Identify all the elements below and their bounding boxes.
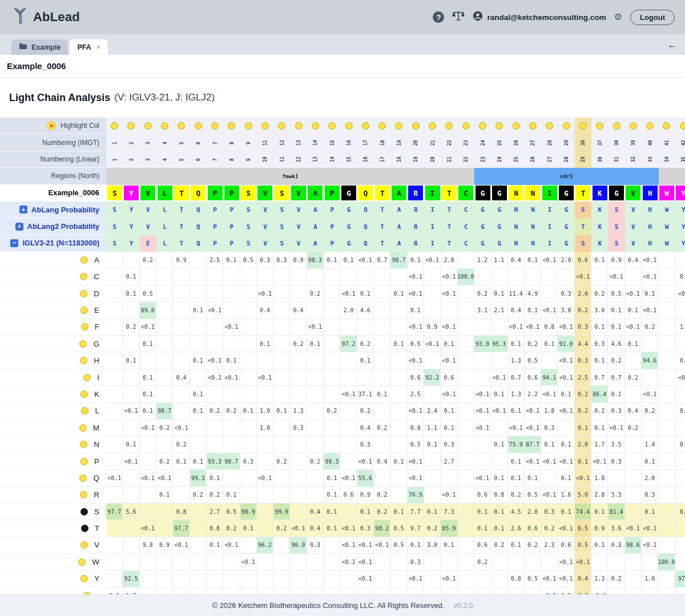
probability-cell: R [408, 202, 424, 218]
highlight-row-radio[interactable] [80, 491, 87, 498]
highlight-row-radio[interactable] [79, 424, 87, 432]
help-icon[interactable]: ? [433, 11, 444, 23]
pfa-cell: 0.7 [591, 369, 608, 386]
tab-example[interactable]: Example [11, 39, 68, 55]
highlight-col-radio[interactable] [646, 122, 654, 130]
highlight-row-radio[interactable] [80, 256, 88, 264]
highlight-row-radio[interactable] [80, 575, 88, 582]
pfa-cell: 95.3 [491, 336, 507, 352]
pfa-cell [273, 269, 290, 285]
clear-highlight-icon[interactable]: × [47, 121, 56, 130]
pfa-cell: <0.1 [608, 269, 624, 285]
pfa-cell [541, 269, 558, 285]
pfa-cell: <0.1 [474, 403, 491, 420]
pfa-cell: 0.2 [608, 571, 624, 587]
pfa-cell [307, 571, 324, 587]
highlight-row-radio[interactable] [80, 508, 88, 516]
highlight-col-radio[interactable] [630, 122, 637, 130]
highlight-col-radio[interactable] [278, 122, 285, 130]
prob-row-label-1[interactable]: +AbLang2 Probability [0, 218, 106, 235]
highlight-col-radio[interactable] [328, 122, 336, 130]
highlight-col-radio[interactable] [613, 122, 620, 130]
highlight-col-radio[interactable] [261, 122, 269, 130]
highlight-col-radio[interactable] [178, 122, 185, 130]
highlight-col-radio[interactable] [312, 122, 319, 130]
probability-cell: R [408, 235, 424, 252]
highlight-row-radio[interactable] [83, 374, 91, 381]
probability-cell: P [207, 202, 223, 218]
highlight-col-cell [106, 118, 123, 134]
highlight-col-radio[interactable] [228, 122, 235, 130]
pfa-cell: <0.1 [642, 252, 658, 268]
expand-icon[interactable]: + [19, 206, 27, 214]
tab-close-icon[interactable]: × [96, 43, 101, 51]
highlight-row-radio[interactable] [79, 474, 87, 482]
highlight-row-radio[interactable] [80, 307, 88, 314]
pfa-cell [374, 319, 390, 336]
highlight-row-radio[interactable] [78, 558, 86, 566]
highlight-col-radio[interactable] [563, 122, 570, 130]
expand-icon[interactable]: − [10, 239, 18, 247]
highlight-col-radio[interactable] [127, 122, 135, 130]
matrix-row: L<0.10.198.70.10.20.20.11.90.11.30.20.2<… [0, 403, 685, 420]
highlight-row-radio[interactable] [80, 273, 87, 280]
highlight-row-radio[interactable] [83, 592, 91, 594]
pfa-cell: <0.1 [340, 520, 357, 537]
pfa-cell: <0.1 [257, 470, 273, 486]
highlight-col-radio[interactable] [429, 122, 436, 130]
highlight-row-radio[interactable] [81, 323, 88, 331]
prob-row-label-2[interactable]: −IGLV3-21 (N=1183000) [0, 235, 106, 252]
expand-icon[interactable]: + [15, 223, 23, 231]
prob-row-label-0[interactable]: +AbLang Probability [0, 202, 106, 218]
settings-gear-icon[interactable]: ⚙ [614, 13, 622, 22]
linear-number-cell: 33 [642, 151, 658, 168]
highlight-row-radio[interactable] [80, 290, 87, 297]
highlight-row-radio[interactable] [80, 441, 87, 448]
probability-cell: G [340, 235, 357, 252]
highlight-col-radio[interactable] [579, 122, 587, 130]
user-menu[interactable]: randal@ketchemconsulting.com [473, 11, 606, 23]
highlight-col-radio[interactable] [596, 122, 603, 130]
highlight-col-radio[interactable] [445, 122, 453, 130]
highlight-row-radio[interactable] [81, 525, 88, 532]
highlight-col-radio[interactable] [546, 122, 553, 130]
highlight-col-radio[interactable] [529, 122, 537, 130]
imgt-number: 42 [680, 140, 685, 146]
imgt-number-cell: 22 [441, 134, 457, 151]
pfa-cell [257, 436, 273, 453]
pfa-cell [541, 285, 558, 302]
tab-pfa[interactable]: PFA × [70, 39, 108, 55]
back-arrow-icon[interactable]: ← [667, 39, 677, 51]
highlight-row-radio[interactable] [80, 390, 88, 398]
highlight-col-radio[interactable] [295, 122, 303, 130]
highlight-col-radio[interactable] [479, 122, 486, 130]
highlight-col-radio[interactable] [144, 122, 152, 130]
highlight-col-radio[interactable] [211, 122, 219, 130]
highlight-col-radio[interactable] [680, 122, 685, 130]
highlight-col-radio[interactable] [513, 122, 520, 130]
highlight-col-radio[interactable] [345, 122, 353, 130]
highlight-col-radio[interactable] [378, 122, 386, 130]
highlight-col-radio[interactable] [161, 122, 168, 130]
highlight-col-radio[interactable] [462, 122, 470, 130]
pfa-cell [658, 386, 675, 402]
highlight-row-radio[interactable] [80, 357, 87, 364]
logout-button[interactable]: Logout [630, 10, 675, 25]
highlight-col-radio[interactable] [395, 122, 402, 130]
highlight-row-radio[interactable] [79, 340, 87, 348]
highlight-col-radio[interactable] [245, 122, 252, 130]
highlight-col-radio[interactable] [663, 122, 670, 130]
pfa-cell: 2.5 [207, 252, 223, 268]
highlight-col-radio[interactable] [412, 122, 420, 130]
highlight-col-radio[interactable] [495, 122, 503, 130]
pfa-cell: 0.7 [374, 252, 390, 268]
highlight-col-radio[interactable] [362, 122, 369, 130]
pfa-cell: 76.9 [408, 487, 424, 504]
highlight-row-radio[interactable] [81, 407, 88, 414]
pfa-cell: 0.1 [324, 470, 340, 486]
highlight-row-radio[interactable] [80, 541, 88, 549]
highlight-col-radio[interactable] [111, 122, 118, 130]
scale-icon[interactable] [452, 10, 465, 24]
highlight-col-radio[interactable] [195, 122, 202, 130]
highlight-row-radio[interactable] [80, 458, 88, 465]
